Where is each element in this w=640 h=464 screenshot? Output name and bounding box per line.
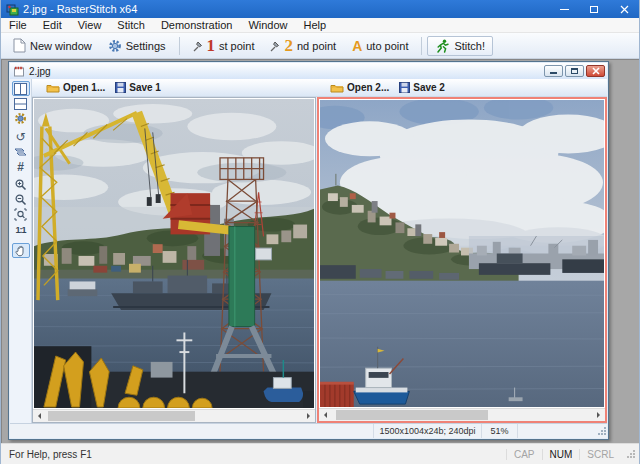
settings-gear-icon[interactable] — [12, 111, 30, 126]
second-point-number: 2 — [284, 39, 293, 53]
mdi-workspace: 2.jpg — [1, 59, 639, 443]
new-document-icon — [13, 38, 26, 53]
caps-lock-indicator: CAP — [506, 449, 542, 460]
settings-label: Settings — [126, 40, 166, 52]
stitch-button[interactable]: Stitch! — [427, 36, 493, 56]
image-panel-2[interactable] — [317, 97, 607, 423]
menu-view[interactable]: View — [70, 18, 110, 32]
auto-point-button[interactable]: A uto point — [344, 35, 416, 57]
second-point-label: nd point — [297, 40, 336, 52]
split-horizontal-icon[interactable] — [12, 96, 30, 111]
window-resize-grip[interactable] — [625, 448, 636, 460]
menu-help[interactable]: Help — [296, 18, 335, 32]
second-point-button[interactable]: 2 nd point — [262, 36, 344, 56]
titlebar[interactable]: 2.jpg - RasterStitch x64 — [1, 0, 639, 18]
rotate-left-icon[interactable]: ↺ — [12, 129, 30, 144]
save2-button[interactable]: Save 2 — [399, 82, 445, 93]
save1-label: Save 1 — [129, 82, 161, 93]
open1-label: Open 1... — [63, 82, 105, 93]
minimize-button[interactable] — [549, 0, 579, 18]
actual-size-icon[interactable]: 1:1 — [12, 222, 30, 237]
new-window-button[interactable]: New window — [5, 35, 100, 56]
split-vertical-icon[interactable] — [12, 81, 30, 96]
gear-icon — [108, 39, 122, 53]
image1-canvas[interactable] — [34, 99, 314, 408]
document-titlebar[interactable]: 2.jpg — [10, 63, 607, 79]
app-icon — [6, 3, 19, 16]
close-button[interactable] — [609, 0, 639, 18]
zoom-level: 51% — [482, 424, 518, 438]
pin-icon — [270, 40, 280, 52]
close-icon — [592, 67, 600, 75]
main-toolbar: New window Settings 1 st point 2 nd poin… — [1, 33, 639, 59]
child-resize-grip[interactable] — [598, 426, 607, 436]
scroll-left-arrow[interactable] — [33, 410, 45, 422]
auto-point-label: uto point — [366, 40, 408, 52]
scroll-track[interactable] — [45, 410, 303, 422]
new-window-label: New window — [30, 40, 92, 52]
scroll-lock-indicator: SCRL — [579, 449, 621, 460]
flip-icon[interactable] — [12, 144, 30, 159]
document-title: 2.jpg — [29, 66, 544, 77]
status-pane-end — [518, 424, 594, 438]
num-lock-indicator: NUM — [542, 449, 580, 460]
panel-toolbars: Open 1... Save 1 Open 2... — [32, 79, 607, 97]
document-window[interactable]: 2.jpg — [8, 61, 609, 440]
image2-canvas[interactable] — [320, 100, 604, 407]
menu-demonstration[interactable]: Demonstration — [153, 18, 241, 32]
maximize-button[interactable] — [579, 0, 609, 18]
scroll-right-arrow[interactable] — [303, 410, 315, 422]
open1-button[interactable]: Open 1... — [46, 82, 105, 93]
image-panel-1[interactable] — [32, 97, 316, 423]
zoom-in-icon[interactable] — [12, 177, 30, 192]
toolbar-separator — [421, 37, 422, 55]
open-folder-icon — [46, 82, 60, 93]
scroll-right-arrow[interactable] — [593, 409, 605, 421]
scroll-thumb[interactable] — [336, 410, 488, 420]
harbor-crane-photo — [34, 99, 314, 408]
scroll-left-arrow[interactable] — [319, 409, 331, 421]
app-window: 2.jpg - RasterStitch x64 File Edit View … — [0, 0, 640, 464]
side-toolbar: ↺ # 1:1 — [10, 79, 32, 423]
menubar: File Edit View Stitch Demonstration Wind… — [1, 18, 639, 33]
menu-edit[interactable]: Edit — [35, 18, 70, 32]
minimize-icon — [550, 72, 557, 74]
document-statusbar: 1500x1004x24b; 240dpi 51% — [10, 423, 607, 438]
settings-button[interactable]: Settings — [100, 36, 174, 56]
window-title: 2.jpg - RasterStitch x64 — [23, 3, 549, 15]
child-restore-button[interactable] — [565, 65, 584, 77]
menu-file[interactable]: File — [1, 18, 35, 32]
panel1-hscrollbar[interactable] — [33, 409, 315, 422]
crop-icon[interactable]: # — [12, 159, 30, 174]
open2-button[interactable]: Open 2... — [330, 82, 389, 93]
open2-label: Open 2... — [347, 82, 389, 93]
hand-tool-icon[interactable] — [12, 243, 30, 258]
toolbar-separator — [179, 37, 180, 55]
status-pane-empty — [10, 424, 374, 438]
scroll-track[interactable] — [331, 409, 593, 421]
child-close-button[interactable] — [586, 65, 605, 77]
runner-icon — [435, 39, 450, 53]
main-statusbar: For Help, press F1 CAP NUM SCRL — [1, 443, 639, 464]
fit-to-window-icon[interactable] — [12, 207, 30, 222]
panel2-hscrollbar[interactable] — [319, 408, 605, 421]
save-floppy-icon — [399, 82, 410, 93]
close-icon — [620, 5, 629, 14]
auto-point-letter: A — [352, 38, 362, 54]
menu-window[interactable]: Window — [240, 18, 295, 32]
menu-stitch[interactable]: Stitch — [109, 18, 153, 32]
first-point-button[interactable]: 1 st point — [185, 36, 263, 56]
stitch-label: Stitch! — [454, 40, 485, 52]
maximize-icon — [590, 6, 598, 13]
child-minimize-button[interactable] — [544, 65, 563, 77]
panel1-toolbar: Open 1... Save 1 — [32, 79, 316, 96]
open-folder-icon — [330, 82, 344, 93]
first-point-number: 1 — [207, 39, 216, 53]
restore-icon — [571, 68, 578, 74]
pin-icon — [193, 40, 203, 52]
save1-button[interactable]: Save 1 — [115, 82, 161, 93]
minimize-icon — [560, 9, 569, 10]
zoom-out-icon[interactable] — [12, 192, 30, 207]
scroll-thumb[interactable] — [48, 411, 195, 421]
bay-city-photo — [320, 100, 604, 407]
